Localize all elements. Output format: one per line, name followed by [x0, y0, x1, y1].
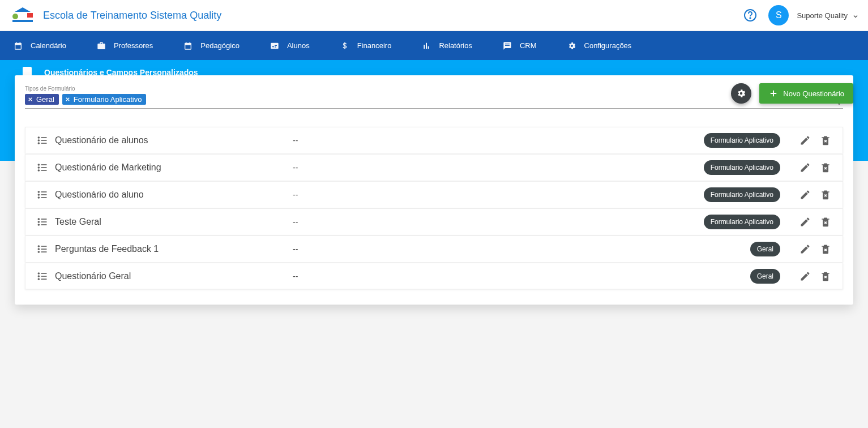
row-mid: -- — [293, 272, 750, 281]
svg-point-10 — [38, 167, 39, 168]
nav-alunos[interactable]: Alunos — [270, 41, 310, 50]
app-header: Escola de Treinamento Sistema Quality S … — [0, 0, 868, 31]
row-mid: -- — [293, 136, 704, 145]
nav-professores[interactable]: Professores — [97, 41, 153, 50]
calendar-icon — [183, 41, 193, 50]
nav-relatorios[interactable]: Relatórios — [422, 41, 472, 50]
edit-button[interactable] — [799, 162, 811, 173]
nav-label: Pedagógico — [200, 41, 240, 50]
content-card: Tipos de Formulário Geral Formulario Apl… — [15, 75, 853, 305]
row-mid: -- — [293, 163, 704, 172]
app-logo — [9, 5, 36, 25]
type-badge: Formulario Aplicativo — [704, 187, 780, 202]
nav-label: Calendário — [31, 41, 66, 50]
svg-point-16 — [38, 194, 39, 195]
nav-calendario[interactable]: Calendário — [14, 41, 66, 50]
nav-label: Alunos — [287, 41, 310, 50]
row-title: Questionário do aluno — [55, 190, 293, 200]
list-icon[interactable] — [37, 271, 48, 282]
svg-point-3 — [38, 137, 39, 138]
chart-icon — [422, 41, 431, 50]
svg-point-33 — [38, 273, 39, 274]
svg-point-29 — [38, 251, 39, 252]
row-mid: -- — [293, 217, 704, 226]
svg-point-9 — [38, 164, 39, 165]
id-card-icon — [270, 41, 279, 50]
row-title: Perguntas de Feedback 1 — [55, 244, 293, 254]
delete-button[interactable] — [820, 162, 831, 173]
avatar[interactable]: S — [768, 5, 789, 25]
svg-point-28 — [38, 249, 39, 250]
delete-button[interactable] — [820, 271, 831, 282]
delete-button[interactable] — [820, 216, 831, 228]
table-row: Perguntas de Feedback 1--Geral — [25, 236, 843, 262]
edit-button[interactable] — [799, 189, 811, 200]
nav-pedagogico[interactable]: Pedagógico — [183, 41, 240, 50]
help-icon[interactable] — [743, 8, 757, 22]
nav-label: CRM — [520, 41, 537, 50]
nav-label: Relatórios — [439, 41, 472, 50]
calendar-icon — [14, 41, 23, 50]
table-row: Teste Geral--Formulario Aplicativo — [25, 208, 843, 235]
row-title: Questionário Geral — [55, 271, 293, 281]
plus-icon — [768, 88, 779, 99]
nav-label: Financeiro — [357, 41, 392, 50]
row-title: Questionário de alunos — [55, 135, 293, 145]
nav-configuracoes[interactable]: Configurações — [567, 41, 632, 50]
row-mid: -- — [293, 190, 704, 199]
svg-point-4 — [38, 140, 39, 141]
svg-point-23 — [38, 224, 39, 225]
delete-button[interactable] — [820, 189, 831, 200]
edit-button[interactable] — [799, 271, 811, 282]
main-nav: Calendário Professores Pedagógico Alunos… — [0, 31, 868, 60]
svg-point-17 — [38, 197, 39, 198]
svg-point-5 — [38, 143, 39, 144]
list-icon[interactable] — [37, 243, 48, 255]
svg-point-35 — [38, 279, 39, 280]
new-questionnaire-label: Novo Questionário — [783, 89, 844, 98]
settings-button[interactable] — [731, 83, 751, 104]
type-badge: Formulario Aplicativo — [704, 160, 780, 175]
edit-button[interactable] — [799, 216, 811, 228]
type-badge: Formulario Aplicativo — [704, 133, 780, 148]
list-icon[interactable] — [37, 189, 48, 200]
new-questionnaire-button[interactable]: Novo Questionário — [759, 83, 853, 104]
type-badge: Geral — [750, 242, 780, 256]
nav-label: Configurações — [584, 41, 632, 50]
delete-button[interactable] — [820, 243, 831, 255]
list-icon[interactable] — [37, 135, 48, 146]
nav-label: Professores — [114, 41, 153, 50]
nav-crm[interactable]: CRM — [503, 41, 537, 50]
svg-point-34 — [38, 276, 39, 277]
gear-icon — [567, 41, 576, 50]
chevron-down-icon[interactable] — [852, 12, 859, 19]
delete-button[interactable] — [820, 135, 831, 146]
svg-point-21 — [38, 219, 39, 220]
svg-point-22 — [38, 221, 39, 222]
type-badge: Formulario Aplicativo — [704, 215, 780, 229]
row-title: Questionário de Marketing — [55, 162, 293, 173]
row-mid: -- — [293, 245, 750, 254]
edit-button[interactable] — [799, 135, 811, 146]
nav-financeiro[interactable]: Financeiro — [340, 41, 392, 50]
briefcase-icon — [97, 41, 106, 50]
svg-point-27 — [38, 246, 39, 247]
action-row: Novo Questionário — [15, 84, 853, 107]
message-icon — [503, 41, 512, 50]
type-badge: Geral — [750, 269, 780, 284]
dollar-icon — [340, 41, 349, 50]
table-row: Questionário Geral--Geral — [25, 263, 843, 289]
list-icon[interactable] — [37, 162, 48, 173]
row-title: Teste Geral — [55, 217, 293, 227]
svg-point-2 — [750, 18, 751, 18]
svg-point-11 — [38, 170, 39, 171]
svg-point-15 — [38, 191, 39, 192]
user-name[interactable]: Suporte Quality — [797, 11, 848, 20]
school-title: Escola de Treinamento Sistema Quality — [43, 10, 221, 22]
list-icon[interactable] — [37, 216, 48, 228]
table-row: Questionário de Marketing--Formulario Ap… — [25, 154, 843, 181]
table-row: Questionário de alunos--Formulario Aplic… — [25, 127, 843, 153]
edit-button[interactable] — [799, 243, 811, 255]
table-row: Questionário do aluno--Formulario Aplica… — [25, 181, 843, 208]
svg-point-0 — [12, 14, 18, 19]
